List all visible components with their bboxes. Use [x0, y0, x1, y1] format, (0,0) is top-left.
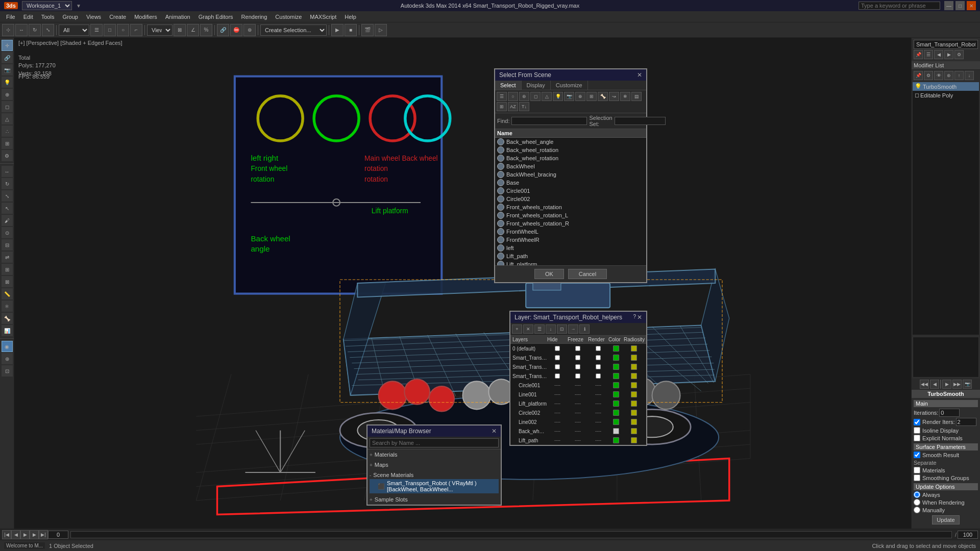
mod-nav-back[interactable]: ◀: [930, 380, 939, 389]
menu-rendering[interactable]: Rendering: [237, 13, 272, 21]
system-left[interactable]: ⚙: [2, 150, 13, 161]
camera-left[interactable]: 📷: [2, 64, 13, 76]
mod-nav-last[interactable]: ▶▶: [952, 380, 962, 389]
play-btn[interactable]: ▶: [20, 530, 30, 539]
mat-scene-item[interactable]: ⬛ Smart_Transport_Robot ( VRayMtl ) [Bac…: [370, 479, 499, 493]
align-left[interactable]: ⊟: [2, 239, 13, 251]
array-left[interactable]: ⊞: [2, 264, 13, 275]
render-iters-input[interactable]: [956, 418, 976, 426]
layer-add-sel[interactable]: ↓: [546, 324, 556, 334]
selection-set-input[interactable]: [615, 117, 666, 125]
scene-list-item[interactable]: FrontWheelR: [495, 236, 646, 244]
sort-az[interactable]: AZ: [508, 102, 518, 111]
geo-left[interactable]: ◻: [2, 101, 13, 112]
always-radio[interactable]: [914, 491, 920, 498]
layer-color-cell[interactable]: [608, 382, 624, 388]
menu-help[interactable]: Help: [340, 13, 360, 21]
scene-list[interactable]: Back_wheel_angleBack_wheel_rotationBack_…: [495, 138, 646, 265]
motion-filter[interactable]: ↝: [609, 92, 619, 101]
next-frame-btn[interactable]: ▶: [30, 530, 39, 539]
layer-color-cell[interactable]: [608, 355, 624, 361]
render-iters-checkbox[interactable]: [914, 419, 920, 425]
pin-icon[interactable]: 📌: [914, 50, 923, 59]
link-left[interactable]: 🔗: [2, 52, 13, 63]
scene-list-item[interactable]: Lift_platform: [495, 260, 646, 265]
shape-left[interactable]: △: [2, 113, 13, 124]
scale-tool[interactable]: ⤡: [42, 24, 54, 36]
space-filter[interactable]: ⊞: [586, 92, 597, 101]
scene-list-item[interactable]: left: [495, 244, 646, 252]
fence-select[interactable]: ⌐: [130, 24, 142, 36]
mod-nav-prev[interactable]: ◀◀: [920, 380, 929, 389]
paint-left[interactable]: 🖌: [2, 215, 13, 226]
percent-snap[interactable]: %: [200, 24, 212, 36]
select-left[interactable]: ↖: [2, 203, 13, 214]
menu-graph-editors[interactable]: Graph Editors: [194, 13, 237, 21]
snap-left[interactable]: ⊠: [2, 276, 13, 287]
light-left[interactable]: 💡: [2, 77, 13, 88]
layer-color-cell[interactable]: [608, 428, 624, 434]
smoothing-groups-checkbox[interactable]: [914, 474, 920, 481]
mod-nav-fwd[interactable]: ▶: [942, 380, 951, 389]
list-icon[interactable]: ☰: [924, 50, 933, 59]
menu-views[interactable]: Views: [82, 13, 105, 21]
select-move-left[interactable]: ✛: [2, 40, 13, 51]
layer-list-item[interactable]: Smart_Trans...obot_h[: [510, 371, 646, 381]
object-type-dropdown[interactable]: All: [59, 24, 89, 36]
layer-list-item[interactable]: 0 (default): [510, 344, 646, 353]
update-button[interactable]: Update: [932, 515, 959, 524]
menu-file[interactable]: File: [2, 13, 19, 21]
mat-maps-header[interactable]: + Maps: [370, 461, 499, 469]
list-view[interactable]: ▤: [631, 92, 642, 101]
config-icon[interactable]: ⚙: [954, 50, 964, 59]
texture-left[interactable]: ⊛: [2, 353, 13, 364]
particles-left[interactable]: ∴: [2, 126, 13, 137]
layer-new[interactable]: +: [512, 324, 522, 334]
select-by-name-btn[interactable]: ☰: [90, 24, 103, 36]
angle-snap[interactable]: ∠: [187, 24, 199, 36]
menu-modifiers[interactable]: Modifiers: [130, 13, 161, 21]
scene-list-item[interactable]: Front_wheels_rotation: [495, 203, 646, 211]
layer-color-cell[interactable]: [608, 419, 624, 425]
scale-left[interactable]: ⤡: [2, 190, 13, 202]
when-rendering-radio[interactable]: [914, 499, 920, 506]
menu-customize[interactable]: Customize: [271, 13, 306, 21]
mod-nav-camera[interactable]: 📷: [963, 380, 972, 389]
layer-list-item[interactable]: Back_wheel_angle------------: [510, 427, 646, 436]
select-tool[interactable]: ⊹: [2, 24, 14, 36]
prev-frame-btn[interactable]: ◀: [11, 530, 20, 539]
bones-filter[interactable]: 🦴: [598, 92, 608, 101]
tab-customize[interactable]: Customize: [551, 81, 588, 90]
layer-list-item[interactable]: Smart_Trans...Robot_f[: [510, 353, 646, 362]
menu-animation[interactable]: Animation: [161, 13, 194, 21]
scene-list-item[interactable]: BackWheel: [495, 162, 646, 170]
render-setup[interactable]: 🎬: [361, 24, 374, 36]
move-tool[interactable]: ↔: [15, 24, 28, 36]
material-left[interactable]: ◉: [2, 341, 13, 352]
shape-filter[interactable]: △: [542, 92, 552, 101]
mod-move-down-icon[interactable]: ↓: [965, 71, 974, 80]
mirror-left[interactable]: ⇌: [2, 252, 13, 263]
scene-list-item[interactable]: Back_wheel_rotation: [495, 146, 646, 154]
mat-sample-header[interactable]: + Sample Slots: [370, 495, 499, 504]
rect-select[interactable]: □: [104, 24, 116, 36]
menu-create[interactable]: Create: [105, 13, 130, 21]
layer-list-item[interactable]: Circle001------------: [510, 381, 646, 390]
mat-browser-close[interactable]: ✕: [492, 428, 497, 435]
mat-scene-mat-header[interactable]: - Scene Materials: [370, 471, 499, 479]
scene-list-item[interactable]: Front_wheels_rotation_R: [495, 219, 646, 228]
find-input[interactable]: [511, 117, 587, 125]
stop-btn[interactable]: ■: [345, 24, 357, 36]
scene-list-item[interactable]: Lift_path: [495, 252, 646, 260]
prev-key-btn[interactable]: |◀: [2, 530, 11, 539]
mod-pin-icon[interactable]: 📌: [914, 71, 923, 80]
next-key-btn[interactable]: ▶|: [39, 530, 48, 539]
rotate-tool[interactable]: ↻: [29, 24, 41, 36]
layer-color-cell[interactable]: [608, 345, 624, 352]
frozen-filter[interactable]: ❄: [620, 92, 630, 101]
dialog-close-btn[interactable]: ✕: [637, 71, 642, 79]
icon-view[interactable]: ⊞: [497, 102, 507, 111]
timeline-track[interactable]: [70, 531, 952, 538]
none-btn[interactable]: ○: [508, 92, 518, 101]
render-btn[interactable]: ▷: [375, 24, 387, 36]
